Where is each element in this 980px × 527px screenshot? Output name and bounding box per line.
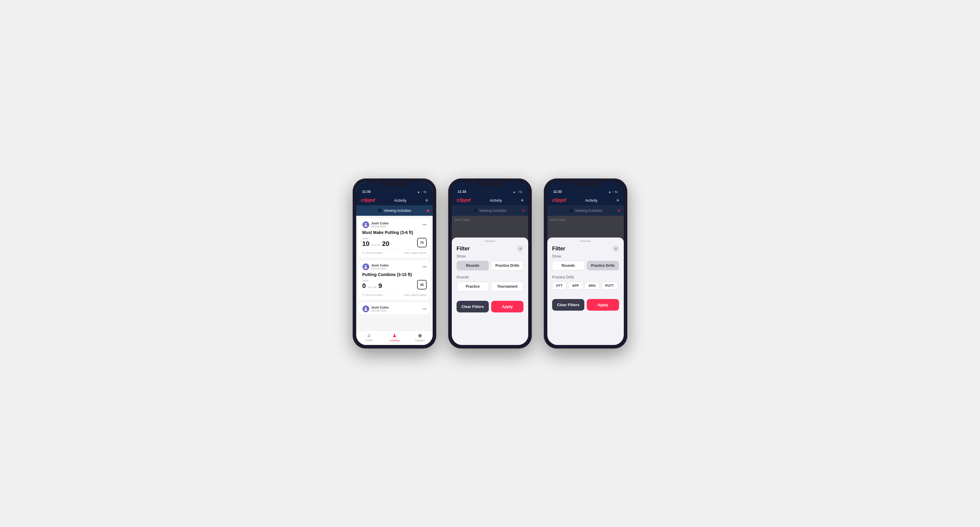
arg-pill-3[interactable]: ARG <box>585 282 600 289</box>
avatar-1 <box>362 221 369 228</box>
filter-modal-3: Filter ✕ Show Rounds Practice Drills Pra… <box>547 238 624 345</box>
status-time-1: 11:33 <box>362 190 371 194</box>
filter-modal-2: Filter ✕ Show Rounds Practice Drills Rou… <box>452 238 528 345</box>
card-footer-2: ⓘ Test Information Data: Clippd Capture <box>362 291 427 297</box>
show-toggle-2: Rounds Practice Drills <box>457 261 523 270</box>
tournament-btn-2[interactable]: Tournament <box>491 282 523 291</box>
phone-3: 11:33 ▲ ↑ 51 clippd Activity ≡ ⚙ Viewing… <box>544 178 627 349</box>
tab-capture-label-1: Capture <box>415 339 425 342</box>
user-name-2: Josh Coles <box>371 264 389 267</box>
apply-btn-3[interactable]: Apply <box>587 299 619 311</box>
user-info-2: Josh Coles 28 Feb 2023 <box>362 263 389 270</box>
modal-body-3: Show Rounds Practice Drills Practice Dri… <box>547 254 624 289</box>
wifi-icon: ↑ <box>421 190 423 194</box>
viewing-bar-text-3: Viewing Activities <box>575 209 602 213</box>
modal-close-2[interactable]: ✕ <box>517 245 523 252</box>
rounds-label-2: Rounds <box>457 275 523 279</box>
tab-home-1[interactable]: ⌂ Home <box>356 333 382 342</box>
activity-feed-1: Josh Coles 28 Feb 2023 ••• Must Make Put… <box>356 216 433 331</box>
viewing-dot-1 <box>427 210 429 212</box>
phone-1-screen: 11:33 ▲ ↑ 51 clippd Activity ≡ ⚙ Viewing… <box>356 182 433 345</box>
nav-bar-3: clippd Activity ≡ <box>547 195 624 205</box>
notch <box>380 178 409 186</box>
avatar-3 <box>362 305 369 313</box>
viewing-bar-text-2: Viewing Activities <box>479 209 507 213</box>
viewing-bar-3: ⚙ Viewing Activities <box>547 205 624 216</box>
phone-3-screen: 11:33 ▲ ↑ 51 clippd Activity ≡ ⚙ Viewing… <box>547 182 624 345</box>
apply-btn-2[interactable]: Apply <box>491 301 523 313</box>
modal-close-3[interactable]: ✕ <box>612 245 619 252</box>
card-header-3: Josh Coles 28 Feb 2023 ••• <box>362 305 427 313</box>
menu-icon-1[interactable]: ≡ <box>425 198 428 203</box>
more-dots-3[interactable]: ••• <box>422 306 427 311</box>
nav-title-2: Activity <box>490 198 502 203</box>
stat-score-2: Score 0 OUT OF 9 <box>362 279 382 289</box>
user-info-3: Josh Coles 28 Feb 2023 <box>362 305 389 313</box>
phone-1: 11:33 ▲ ↑ 51 clippd Activity ≡ ⚙ Viewing… <box>353 178 436 349</box>
logo-2: clippd <box>457 198 471 203</box>
filter-icon-3: ⚙ <box>569 208 573 213</box>
ott-pill-3[interactable]: OTT <box>552 282 566 289</box>
practice-drills-btn-2[interactable]: Practice Drills <box>491 261 523 270</box>
activities-icon-1: ♟ <box>392 333 396 338</box>
svg-point-2 <box>365 307 366 309</box>
footer-data-1: Data: Clippd Capture <box>404 252 427 254</box>
show-label-3: Show <box>552 254 619 259</box>
avatar-img-1 <box>363 221 369 228</box>
modal-header-3: Filter ✕ <box>547 242 624 254</box>
battery-icon-3: 51 <box>615 190 618 194</box>
phones-container: 11:33 ▲ ↑ 51 clippd Activity ≡ ⚙ Viewing… <box>353 178 627 349</box>
user-details-2: Josh Coles 28 Feb 2023 <box>371 264 389 270</box>
shot-quality-badge-1: 75 <box>417 238 427 248</box>
score-label-1: Score <box>362 237 389 240</box>
clear-filters-btn-2[interactable]: Clear Filters <box>457 301 489 313</box>
status-icons-1: ▲ ↑ 51 <box>417 190 427 194</box>
show-label-2: Show <box>457 254 523 259</box>
app-pill-3[interactable]: APP <box>568 282 583 289</box>
status-time-2: 11:33 <box>458 190 466 194</box>
avatar-img-3 <box>363 306 369 312</box>
rounds-btn-2[interactable]: Rounds <box>457 261 489 270</box>
shots-value-1: 20 <box>382 241 389 247</box>
user-name-3: Josh Coles <box>371 306 389 309</box>
practice-round-btn-2[interactable]: Practice <box>457 282 489 291</box>
wifi-icon-3: ↑ <box>612 190 614 194</box>
menu-icon-2[interactable]: ≡ <box>521 198 523 203</box>
user-details-1: Josh Coles 28 Feb 2023 <box>371 221 389 228</box>
tab-capture-1[interactable]: ⊕ Capture <box>407 333 433 342</box>
activity-card-2: Josh Coles 28 Feb 2023 ••• Putting Combi… <box>359 260 430 300</box>
more-dots-1[interactable]: ••• <box>422 222 427 227</box>
modal-footer-3: Clear Filters Apply <box>547 294 624 311</box>
logo-1: clippd <box>361 198 375 203</box>
tab-bar-1: ⌂ Home ♟ Activities ⊕ Capture <box>356 331 433 345</box>
score-value-1: 10 <box>362 241 369 247</box>
nav-title-1: Activity <box>394 198 406 203</box>
footer-data-2: Data: Clippd Capture <box>404 294 427 296</box>
more-dots-2[interactable]: ••• <box>422 264 427 269</box>
clear-filters-btn-3[interactable]: Clear Filters <box>552 299 584 311</box>
tab-activities-1[interactable]: ♟ Activities <box>382 333 407 342</box>
nav-title-3: Activity <box>585 198 598 203</box>
putt-pill-3[interactable]: PUTT <box>601 282 618 289</box>
viewing-dot-3 <box>618 210 620 212</box>
user-info-1: Josh Coles 28 Feb 2023 <box>362 221 389 228</box>
practice-drills-btn-3[interactable]: Practice Drills <box>587 261 619 270</box>
user-name-1: Josh Coles <box>371 221 389 225</box>
stat-score-1: Score 10 OUT OF 20 <box>362 237 389 248</box>
rounds-btn-3[interactable]: Rounds <box>552 261 584 270</box>
shot-quality-badge-2: 45 <box>417 280 427 289</box>
footer-info-2: ⓘ Test Information <box>362 293 383 297</box>
home-icon-1: ⌂ <box>368 333 371 338</box>
viewing-bar-text-1: Viewing Activities <box>384 209 411 213</box>
footer-test-1: Test Information <box>366 252 383 254</box>
show-toggle-3: Rounds Practice Drills <box>552 261 619 270</box>
menu-icon-3[interactable]: ≡ <box>617 198 619 203</box>
battery-icon: 51 <box>424 190 427 194</box>
nav-bar-1: clippd Activity ≡ <box>356 195 433 205</box>
tab-activities-label-1: Activities <box>389 339 400 342</box>
viewing-bar-1[interactable]: ⚙ Viewing Activities <box>356 205 433 216</box>
filter-icon-2: ⚙ <box>473 208 477 213</box>
phone-2: 11:33 ▲ ↑ 51 clippd Activity ≡ ⚙ Viewing… <box>448 178 532 349</box>
status-icons-3: ▲ ↑ 51 <box>609 190 618 194</box>
battery-icon-2: 51 <box>519 190 522 194</box>
